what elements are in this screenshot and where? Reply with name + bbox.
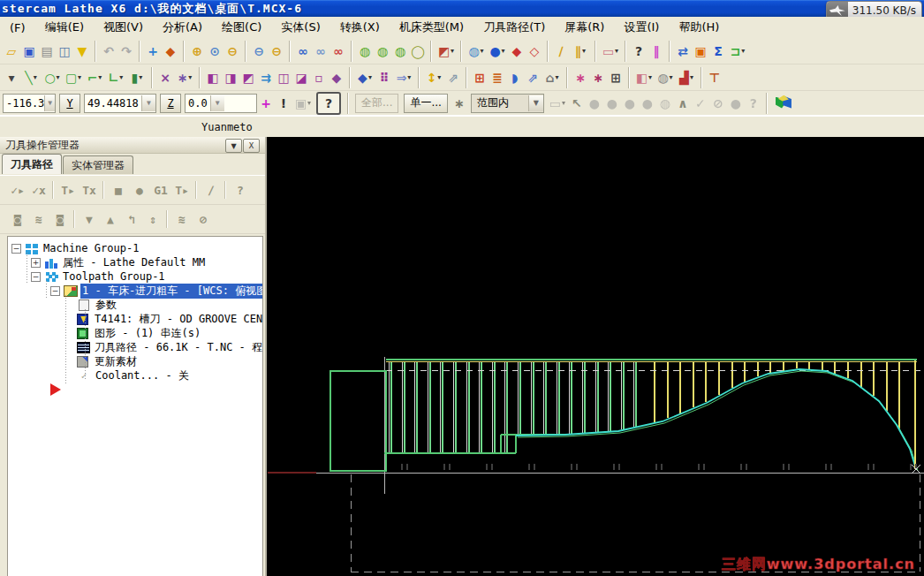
- x-coordinate-field[interactable]: -116.301 ▼: [3, 94, 56, 113]
- fillet-tool-icon[interactable]: ⌐▾: [85, 68, 104, 87]
- menu-item-12[interactable]: 帮助(H): [669, 17, 729, 38]
- view-top-icon[interactable]: ◍: [357, 42, 373, 61]
- range-dropdown-icon[interactable]: ▼: [528, 95, 543, 111]
- hatch-sphere-icon[interactable]: ◍▾: [655, 68, 675, 87]
- g1-edit-icon[interactable]: G1: [152, 181, 170, 199]
- analyze-icon[interactable]: ?: [631, 42, 647, 61]
- xform-rotate-icon[interactable]: ◩: [240, 68, 256, 87]
- fly-through-icon[interactable]: ⇗: [525, 68, 541, 87]
- shaded-sphere-icon[interactable]: ●▾: [488, 42, 507, 61]
- analyze-stats-icon[interactable]: ‖: [648, 42, 664, 61]
- print-icon[interactable]: ▤: [39, 42, 55, 61]
- window-select-icon[interactable]: ▭▾: [548, 94, 567, 113]
- remove-display-icon[interactable]: ⊘: [194, 210, 212, 228]
- fit-icon[interactable]: ∞: [295, 42, 311, 61]
- repaint-icon[interactable]: ∞: [313, 42, 329, 61]
- chain-options-icon[interactable]: ∗: [451, 94, 467, 113]
- zoom-target-icon[interactable]: ⊙: [207, 42, 223, 61]
- lock-icon[interactable]: ◙: [9, 210, 27, 228]
- levels-icon[interactable]: ◆▾: [355, 68, 375, 87]
- tree-row-7[interactable]: 图形 - (1) 串连(s): [8, 326, 262, 340]
- z-coordinate-field[interactable]: 0.0 ▼: [185, 94, 257, 113]
- undo-icon[interactable]: ↶: [101, 42, 117, 61]
- line-tool-icon[interactable]: ╲▾: [21, 68, 41, 87]
- regen-selected-icon[interactable]: T▸: [59, 181, 77, 199]
- menu-item-10[interactable]: 屏幕(R): [555, 17, 614, 38]
- solid-select-icon[interactable]: ◍: [657, 94, 673, 113]
- tree-expander[interactable]: −: [50, 286, 60, 296]
- pencil-icon[interactable]: ∕: [553, 42, 569, 61]
- multi-pencil-icon[interactable]: ∥▾: [571, 42, 590, 61]
- tab-solids-manager[interactable]: 实体管理器: [63, 155, 133, 174]
- fast-point-icon[interactable]: +: [258, 94, 274, 113]
- xform-mirror-icon[interactable]: ◫: [276, 68, 292, 87]
- select-all-button[interactable]: 全部...: [355, 94, 398, 113]
- post-process-icon[interactable]: ⊐▾: [728, 42, 747, 61]
- gnomon-wcs-icon[interactable]: [775, 95, 792, 111]
- poly-select-4-icon[interactable]: ●: [640, 94, 655, 113]
- zoom-scale-icon[interactable]: ⊖: [224, 42, 240, 61]
- menu-item-11[interactable]: 设置(I): [614, 17, 669, 38]
- trim-tool-icon[interactable]: ×: [157, 68, 173, 87]
- tree-row-10[interactable]: ✓Coolant... - 关: [8, 368, 262, 383]
- select-all-ops-icon[interactable]: ✓▸: [9, 181, 27, 199]
- fan-rotate-icon[interactable]: ∗: [590, 68, 606, 87]
- panel-dropdown-button[interactable]: ▼: [225, 139, 242, 153]
- y-coordinate-field[interactable]: 49.44818 ▼: [84, 94, 156, 113]
- home-view-icon[interactable]: ⌂▾: [542, 68, 562, 87]
- tree-row-6[interactable]: T4141: 槽刀 - OD GROOVE CENTER: [8, 312, 262, 326]
- eraser-icon[interactable]: ▭▾: [601, 42, 620, 61]
- menu-item-7[interactable]: 转换(X): [330, 17, 390, 38]
- regen-dirty-icon[interactable]: Tx: [80, 181, 98, 199]
- xform-copy-icon[interactable]: ◨: [223, 68, 239, 87]
- menu-item-1[interactable]: (F): [0, 19, 35, 37]
- sketch-confirm-icon[interactable]: !: [276, 94, 292, 113]
- menu-item-8[interactable]: 机床类型(M): [390, 17, 473, 38]
- xform-offset-icon[interactable]: ⇉: [258, 68, 274, 87]
- xform-array-icon[interactable]: ▫: [311, 68, 327, 87]
- dimension-icon[interactable]: ⇗: [445, 68, 461, 87]
- tree-expander[interactable]: −: [31, 272, 41, 282]
- circle-tool-icon[interactable]: ○▾: [42, 68, 62, 87]
- z-axis-button[interactable]: Z: [160, 94, 181, 113]
- select-help-icon[interactable]: ?: [746, 94, 761, 113]
- title-bar[interactable]: stercam Lathe X6 d:\我的文档\桌面\T.MCX-6 311.…: [0, 0, 924, 17]
- menu-item-5[interactable]: 绘图(C): [212, 17, 271, 38]
- panel-header[interactable]: 刀具操作管理器 ▼ X: [0, 137, 265, 154]
- machine-sim-icon[interactable]: ⊤: [707, 68, 723, 87]
- tool-display-icon[interactable]: ▟▾: [677, 68, 696, 87]
- sigma-icon[interactable]: Σ: [710, 42, 726, 61]
- graphics-viewport[interactable]: 三维网www.3dportal.cn: [267, 137, 924, 576]
- highfeed-icon[interactable]: ∕: [202, 181, 220, 199]
- open-file-icon[interactable]: ▱: [4, 42, 19, 61]
- viewport-grid-icon[interactable]: ⊞: [472, 68, 488, 87]
- view-iso-icon[interactable]: ◯: [410, 42, 426, 61]
- wireframe-globe-icon[interactable]: ◍▾: [466, 42, 486, 61]
- zoom-previous-icon[interactable]: ⊖: [251, 42, 267, 61]
- xform-scale-icon[interactable]: ◪: [293, 68, 309, 87]
- poly-select-2-icon[interactable]: ●: [604, 94, 620, 113]
- post-selected-icon[interactable]: T▸: [173, 181, 191, 199]
- print-preview-icon[interactable]: ◫: [57, 42, 72, 61]
- poly-select-3-icon[interactable]: ●: [622, 94, 638, 113]
- select-single-button[interactable]: 单一...: [404, 94, 447, 113]
- delete-entity-icon[interactable]: ◆: [509, 42, 525, 61]
- zoom-window-icon[interactable]: ⊕: [189, 42, 205, 61]
- tree-row-2[interactable]: +属性 - Lathe Default MM: [8, 255, 262, 269]
- more-tools-dropdown-icon[interactable]: ▾: [4, 68, 19, 87]
- tree-row-5[interactable]: 参数: [8, 298, 262, 312]
- grid-icon[interactable]: ⠿: [376, 68, 392, 87]
- verify-solid-icon[interactable]: ●: [131, 181, 148, 199]
- insert-arrow-move-icon[interactable]: ↰: [123, 210, 140, 228]
- dynamic-rotate-icon[interactable]: ◆: [163, 42, 178, 61]
- lock-posts-icon[interactable]: ◙: [51, 210, 69, 228]
- fan-display-icon[interactable]: ∗: [572, 68, 588, 87]
- x-dropdown-icon[interactable]: ▼: [44, 95, 55, 111]
- operations-tree[interactable]: −Machine Group-1+属性 - Lathe Default MM−T…: [7, 236, 263, 576]
- menu-item-4[interactable]: 分析(A): [153, 17, 212, 38]
- shading-icon[interactable]: ◩▾: [436, 42, 456, 61]
- scroll-ops-icon[interactable]: ⇕: [144, 210, 162, 228]
- multi-view-icon[interactable]: ≣: [489, 68, 505, 87]
- deselect-all-ops-icon[interactable]: ✓x: [30, 181, 48, 199]
- validate-select-icon[interactable]: ✓: [693, 94, 708, 113]
